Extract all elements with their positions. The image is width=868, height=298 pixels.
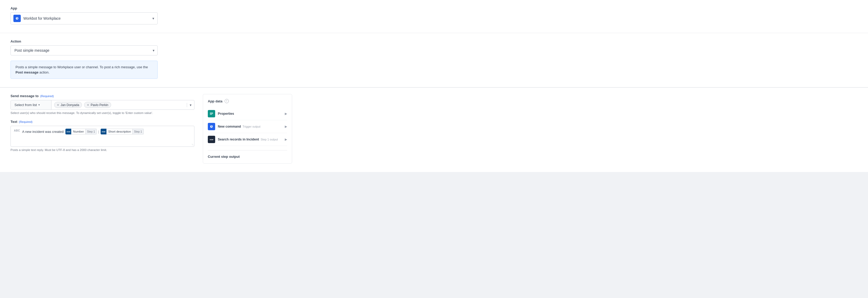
action-section: Action Post simple message ▾ Posts a sim… [0,33,868,88]
new-command-info: New command Trigger output [218,125,282,128]
tags-chevron-icon: ▾ [190,103,191,107]
send-message-helper: Select user(s) who should receive this m… [10,111,194,114]
action-label: Action [10,39,858,43]
properties-icon [208,110,215,118]
pill-number-step: Step 1 [86,129,96,134]
tag-jan-label: Jan Donyada [61,103,79,107]
text-prefix: A new incident was created: [22,130,64,134]
pill-shortdesc-now-icon: now [101,129,106,134]
abc-label: ABC [14,129,20,132]
pill-number-now-icon: now [65,129,71,134]
new-command-arrow-icon: ▶ [285,125,287,128]
page-container: App Workbot for Workplace ▾ Action Post … [0,0,868,298]
app-chevron-icon: ▾ [152,16,154,21]
send-left: Send message to (Required) Select from l… [10,94,194,164]
send-message-field: Send message to (Required) Select from l… [10,94,194,114]
send-message-required: (Required) [40,95,54,98]
new-command-sub: Trigger output [243,125,260,128]
svg-rect-1 [210,113,213,113]
tag-pavlo-label: Pavlo Perkin [91,103,108,107]
search-records-arrow-icon: ▶ [285,138,287,141]
pill-number-label: Number [71,129,86,134]
properties-name: Properties [218,112,234,115]
svg-rect-2 [210,113,213,114]
search-records-info: Search records in Incident Step 1 output [218,138,282,141]
text-helper: Posts a simple text reply. Must be UTF-8… [10,148,194,152]
app-label: App [10,6,858,10]
text-content-area: A new incident was created: now Number S… [22,129,191,134]
send-message-label: Send message to [10,94,39,98]
search-records-name: Search records in Incident [218,138,259,141]
info-text-after: action. [38,70,50,74]
send-right: App data ? [203,94,292,164]
svg-rect-3 [210,114,212,115]
current-step-title: Current step output [208,150,287,159]
pill-shortdesc-step: Step 1 [133,129,144,134]
search-records-icon: now [208,136,215,143]
help-symbol: ? [226,100,227,102]
properties-info: Properties [218,112,282,115]
tag-jan-remove[interactable]: × [57,103,59,107]
text-label: Text [10,120,17,124]
info-box: Posts a simple message to Workplace user… [10,61,158,79]
tags-dropdown-arrow[interactable]: ▾ [187,103,194,107]
properties-arrow-icon: ▶ [285,112,287,115]
main-content: App Workbot for Workplace ▾ Action Post … [0,0,868,298]
app-selected-value: Workbot for Workplace [23,16,148,21]
action-select[interactable]: Post simple message [10,45,158,56]
pill-shortdesc-label: Short description [106,129,133,134]
tag-pavlo[interactable]: × Pavlo Perkin [84,102,111,108]
tag-jan[interactable]: × Jan Donyada [54,102,82,108]
action-select-wrapper: Post simple message ▾ [10,45,158,56]
app-data-header: App data ? [208,99,287,103]
app-select[interactable]: Workbot for Workplace ▾ [10,12,158,25]
app-data-item-properties[interactable]: Properties ▶ [208,107,287,120]
text-required: (Required) [19,120,33,123]
app-data-item-search-records[interactable]: now Search records in Incident Step 1 ou… [208,133,287,146]
new-command-name: New command [218,125,241,128]
info-text-before: Posts a simple message to Workplace user… [16,65,148,69]
app-data-title: App data [208,99,222,103]
info-bold-text: Post message [16,70,38,74]
app-data-panel: App data ? [203,94,292,164]
select-from-list-button[interactable]: Select from list ▾ [11,100,52,109]
app-data-item-new-command[interactable]: New command Trigger output ▶ [208,120,287,133]
text-field-group: Text (Required) ABC A new incident was c… [10,120,194,152]
send-section: Send message to (Required) Select from l… [0,88,868,172]
select-list-chevron-icon: ▾ [38,103,40,107]
search-records-sub: Step 1 output [260,138,278,141]
text-field-container[interactable]: ABC A new incident was created: now Numb… [10,126,194,147]
new-command-icon [208,123,215,130]
resize-handle-icon: ⤡ [191,143,194,146]
pill-short-desc: now Short description Step 1 [101,129,144,134]
pill-separator: | [98,130,99,134]
now-logo-icon: now [210,139,213,140]
tags-area: × Jan Donyada × Pavlo Perkin [52,100,187,109]
help-icon[interactable]: ? [225,99,229,103]
workbot-icon [13,15,21,22]
select-from-list-label: Select from list [14,103,37,107]
tag-pavlo-remove[interactable]: × [87,103,89,107]
send-message-input-row: Select from list ▾ × Jan Donyada × Pavlo… [10,100,194,110]
pill-number: now Number Step 1 [65,129,96,134]
app-section: App Workbot for Workplace ▾ [0,0,868,33]
text-label-row: Text (Required) [10,120,194,124]
send-message-label-row: Send message to (Required) [10,94,194,98]
